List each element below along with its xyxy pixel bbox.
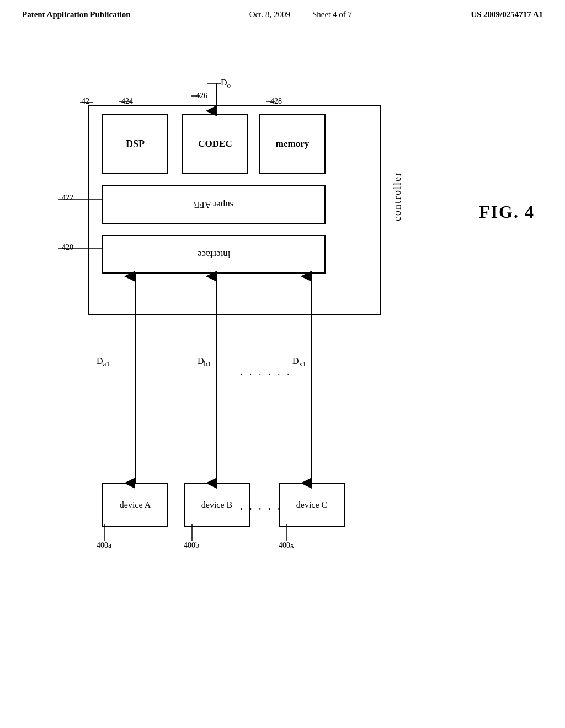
controller-label: controller: [392, 172, 403, 221]
ref-400a-line: [97, 524, 113, 547]
figure-label: FIG. 4: [479, 202, 535, 222]
device-a-box: device A: [102, 483, 168, 527]
ref-424-line: [116, 96, 132, 107]
signal-dx1-label: Dx1: [292, 356, 306, 368]
ref-42-line: [77, 97, 94, 108]
do-connector: [207, 81, 223, 86]
signal-db1-label: Db1: [198, 356, 211, 368]
header-center: Oct. 8, 2009 Sheet 4 of 7: [249, 10, 352, 19]
ref-428-line: [265, 96, 276, 107]
dots-middle: . . . . . .: [240, 366, 292, 378]
ref-422-line: [58, 191, 102, 207]
ref-400b-line: [184, 524, 200, 547]
diagram-area: 42 424 426 Do 428 422 420 controller DSP…: [0, 25, 565, 698]
date-label: Oct. 8, 2009: [249, 10, 290, 19]
ref-400x-line: [279, 524, 295, 547]
codec-box: CODEC: [182, 114, 248, 174]
super-afe-box: super AFE: [102, 185, 326, 224]
sheet-label: Sheet 4 of 7: [312, 10, 352, 19]
dots-bottom: . . . . .: [240, 501, 282, 512]
patent-label: US 2009/0254717 A1: [471, 10, 543, 19]
ref-420-line: [58, 240, 102, 257]
publication-label: Patent Application Publication: [22, 10, 131, 19]
interface-box: interface: [102, 235, 326, 274]
device-c-box: device C: [279, 483, 345, 527]
memory-box: memory: [259, 114, 326, 174]
ref-426-line: [190, 90, 201, 101]
signal-da1-label: Da1: [97, 356, 110, 368]
dsp-box: DSP: [102, 114, 168, 174]
page-header: Patent Application Publication Oct. 8, 2…: [0, 0, 565, 25]
